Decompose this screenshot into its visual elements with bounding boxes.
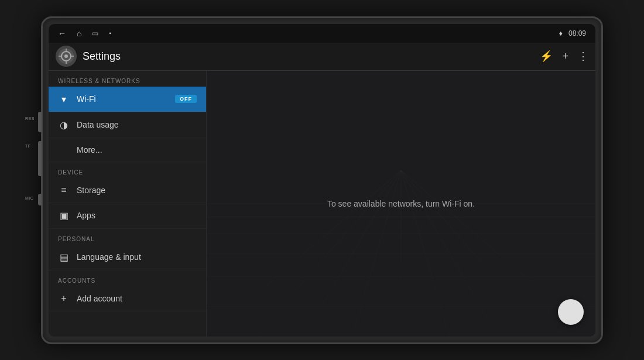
recents-icon[interactable]: ▭	[92, 29, 98, 37]
status-bar: ← ⌂ ▭ ▪ ♦ 08:09	[49, 24, 595, 43]
bolt-icon[interactable]: ⚡	[540, 50, 553, 63]
language-label: Language & input	[77, 252, 197, 262]
sidebar-item-more[interactable]: More...	[49, 138, 206, 162]
data-usage-label: Data usage	[77, 120, 197, 129]
res-button[interactable]: RES	[38, 112, 42, 132]
app-logo	[56, 46, 77, 67]
back-icon[interactable]: ←	[58, 29, 66, 38]
add-icon[interactable]: +	[562, 50, 568, 63]
sidebar-item-apps[interactable]: ▣ Apps	[49, 203, 206, 229]
apps-label: Apps	[77, 211, 197, 220]
home-icon[interactable]: ⌂	[77, 29, 81, 38]
settings-sidebar: WIRELESS & NETWORKS ▾ Wi-Fi OFF ◑ Data u…	[49, 71, 207, 337]
screen: ← ⌂ ▭ ▪ ♦ 08:09	[49, 24, 595, 337]
sidebar-item-language[interactable]: ▤ Language & input	[49, 245, 206, 270]
page-title: Settings	[83, 50, 540, 63]
nav-buttons: ← ⌂ ▭ ▪	[58, 29, 111, 38]
svg-point-24	[566, 307, 576, 317]
device-frame: RES TF MIC ← ⌂ ▭ ▪ ♦ 08:09	[41, 16, 603, 344]
language-icon: ▤	[58, 252, 70, 263]
wifi-icon: ▾	[58, 94, 70, 105]
location-icon: ♦	[559, 29, 563, 37]
section-wireless-label: WIRELESS & NETWORKS	[49, 71, 206, 87]
mic-button[interactable]: MIC	[38, 194, 42, 205]
content-area: To see available networks, turn Wi-Fi on…	[207, 71, 595, 337]
svg-point-2	[64, 54, 68, 58]
sidebar-item-storage[interactable]: ≡ Storage	[49, 178, 206, 203]
storage-icon: ≡	[58, 185, 70, 196]
mic-label: MIC	[25, 196, 33, 200]
fab-button[interactable]	[558, 299, 584, 325]
status-right: ♦ 08:09	[559, 29, 586, 37]
add-account-icon: +	[58, 293, 70, 304]
tf-label: TF	[25, 144, 31, 148]
wifi-label: Wi-Fi	[77, 94, 168, 104]
data-usage-icon: ◑	[58, 119, 70, 131]
sidebar-item-add-account[interactable]: + Add account	[49, 286, 206, 311]
more-icon[interactable]: ⋮	[578, 50, 588, 63]
header: Settings ⚡ + ⋮	[49, 43, 595, 71]
sidebar-item-wifi[interactable]: ▾ Wi-Fi OFF	[49, 87, 206, 112]
logo-svg	[58, 48, 74, 64]
fab-icon	[565, 306, 577, 318]
header-actions: ⚡ + ⋮	[540, 50, 588, 63]
section-device-label: DEVICE	[49, 162, 206, 178]
tf-slot: TF	[38, 141, 42, 176]
time-display: 08:09	[568, 29, 586, 37]
section-personal-label: PERSONAL	[49, 229, 206, 245]
more-label: More...	[77, 145, 197, 155]
menu-icon[interactable]: ▪	[109, 30, 111, 36]
wifi-toggle-badge[interactable]: OFF	[175, 95, 197, 103]
storage-label: Storage	[77, 186, 197, 195]
section-accounts-label: ACCOUNTS	[49, 270, 206, 286]
main-content: WIRELESS & NETWORKS ▾ Wi-Fi OFF ◑ Data u…	[49, 71, 595, 337]
wifi-status-message: To see available networks, turn Wi-Fi on…	[327, 199, 475, 208]
apps-icon: ▣	[58, 210, 70, 221]
res-label: RES	[25, 116, 35, 121]
add-account-label: Add account	[77, 294, 197, 303]
sidebar-item-data-usage[interactable]: ◑ Data usage	[49, 112, 206, 138]
